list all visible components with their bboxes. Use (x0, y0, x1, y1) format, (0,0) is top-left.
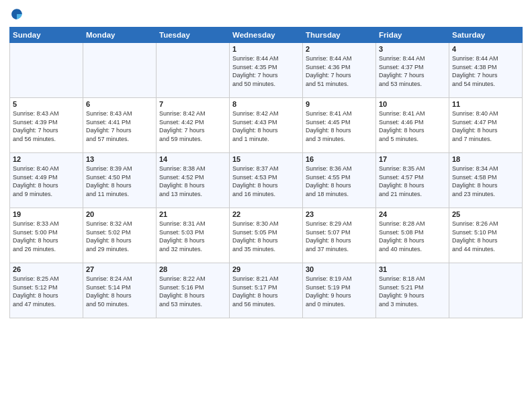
day-cell: 10Sunrise: 8:41 AM Sunset: 4:46 PM Dayli… (376, 98, 449, 153)
day-number: 5 (13, 100, 80, 108)
day-number: 11 (452, 100, 519, 108)
day-info: Sunrise: 8:34 AM Sunset: 4:58 PM Dayligh… (452, 165, 519, 198)
calendar-container: SundayMondayTuesdayWednesdayThursdayFrid… (0, 0, 532, 411)
day-number: 23 (306, 210, 373, 218)
day-cell: 18Sunrise: 8:34 AM Sunset: 4:58 PM Dayli… (449, 153, 523, 208)
day-cell: 14Sunrise: 8:38 AM Sunset: 4:52 PM Dayli… (157, 153, 230, 208)
day-cell: 27Sunrise: 8:24 AM Sunset: 5:14 PM Dayli… (83, 263, 157, 318)
day-number: 14 (159, 155, 226, 163)
day-number: 25 (452, 210, 519, 218)
day-info: Sunrise: 8:43 AM Sunset: 4:41 PM Dayligh… (86, 109, 153, 143)
day-info: Sunrise: 8:29 AM Sunset: 5:07 PM Dayligh… (306, 220, 373, 253)
day-info: Sunrise: 8:36 AM Sunset: 4:55 PM Dayligh… (306, 165, 373, 198)
day-number: 31 (379, 265, 446, 273)
day-cell: 31Sunrise: 8:18 AM Sunset: 5:21 PM Dayli… (376, 263, 449, 318)
day-info: Sunrise: 8:37 AM Sunset: 4:53 PM Dayligh… (232, 165, 300, 198)
day-number: 15 (232, 155, 300, 163)
day-info: Sunrise: 8:40 AM Sunset: 4:49 PM Dayligh… (13, 165, 80, 198)
day-cell: 8Sunrise: 8:42 AM Sunset: 4:43 PM Daylig… (230, 98, 303, 153)
day-number: 1 (232, 45, 300, 53)
day-number: 19 (13, 210, 80, 218)
day-cell: 25Sunrise: 8:26 AM Sunset: 5:10 PM Dayli… (449, 208, 523, 263)
day-cell: 24Sunrise: 8:28 AM Sunset: 5:08 PM Dayli… (376, 208, 449, 263)
day-cell: 30Sunrise: 8:19 AM Sunset: 5:19 PM Dayli… (303, 263, 376, 318)
day-info: Sunrise: 8:19 AM Sunset: 5:19 PM Dayligh… (306, 275, 373, 308)
day-info: Sunrise: 8:22 AM Sunset: 5:16 PM Dayligh… (159, 275, 226, 308)
day-info: Sunrise: 8:44 AM Sunset: 4:36 PM Dayligh… (306, 54, 373, 88)
day-number: 10 (379, 100, 446, 108)
day-number: 22 (232, 210, 300, 218)
day-info: Sunrise: 8:18 AM Sunset: 5:21 PM Dayligh… (379, 275, 446, 308)
day-info: Sunrise: 8:38 AM Sunset: 4:52 PM Dayligh… (159, 165, 226, 198)
day-info: Sunrise: 8:42 AM Sunset: 4:42 PM Dayligh… (159, 109, 226, 143)
day-cell: 17Sunrise: 8:35 AM Sunset: 4:57 PM Dayli… (376, 153, 449, 208)
day-number: 13 (86, 155, 153, 163)
day-info: Sunrise: 8:25 AM Sunset: 5:12 PM Dayligh… (13, 275, 80, 308)
day-cell: 9Sunrise: 8:41 AM Sunset: 4:45 PM Daylig… (303, 98, 376, 153)
day-cell: 2Sunrise: 8:44 AM Sunset: 4:36 PM Daylig… (303, 43, 376, 98)
day-cell: 23Sunrise: 8:29 AM Sunset: 5:07 PM Dayli… (303, 208, 376, 263)
logo (9, 7, 27, 21)
day-number: 2 (306, 45, 373, 53)
day-cell (10, 43, 83, 98)
weekday-sunday: Sunday (10, 28, 83, 43)
day-cell (449, 263, 523, 318)
day-number: 26 (13, 265, 80, 273)
day-cell: 7Sunrise: 8:42 AM Sunset: 4:42 PM Daylig… (157, 98, 230, 153)
day-number: 18 (452, 155, 519, 163)
day-cell: 16Sunrise: 8:36 AM Sunset: 4:55 PM Dayli… (303, 153, 376, 208)
day-cell (83, 43, 157, 98)
weekday-saturday: Saturday (449, 28, 523, 43)
day-info: Sunrise: 8:44 AM Sunset: 4:35 PM Dayligh… (232, 54, 300, 88)
day-info: Sunrise: 8:28 AM Sunset: 5:08 PM Dayligh… (379, 220, 446, 253)
day-info: Sunrise: 8:43 AM Sunset: 4:39 PM Dayligh… (13, 109, 80, 143)
day-number: 4 (452, 45, 519, 53)
day-cell: 3Sunrise: 8:44 AM Sunset: 4:37 PM Daylig… (376, 43, 449, 98)
day-info: Sunrise: 8:44 AM Sunset: 4:38 PM Dayligh… (452, 54, 519, 88)
day-info: Sunrise: 8:44 AM Sunset: 4:37 PM Dayligh… (379, 54, 446, 88)
day-number: 6 (86, 100, 153, 108)
day-info: Sunrise: 8:30 AM Sunset: 5:05 PM Dayligh… (232, 220, 300, 253)
weekday-monday: Monday (83, 28, 157, 43)
day-number: 12 (13, 155, 80, 163)
day-info: Sunrise: 8:40 AM Sunset: 4:47 PM Dayligh… (452, 109, 519, 143)
day-number: 27 (86, 265, 153, 273)
day-cell: 1Sunrise: 8:44 AM Sunset: 4:35 PM Daylig… (230, 43, 303, 98)
day-number: 28 (159, 265, 226, 273)
day-number: 16 (306, 155, 373, 163)
weekday-friday: Friday (376, 28, 449, 43)
week-row-1: 5Sunrise: 8:43 AM Sunset: 4:39 PM Daylig… (10, 98, 523, 153)
day-cell: 19Sunrise: 8:33 AM Sunset: 5:00 PM Dayli… (10, 208, 83, 263)
day-cell: 12Sunrise: 8:40 AM Sunset: 4:49 PM Dayli… (10, 153, 83, 208)
header (9, 7, 523, 21)
day-cell: 29Sunrise: 8:21 AM Sunset: 5:17 PM Dayli… (230, 263, 303, 318)
week-row-3: 19Sunrise: 8:33 AM Sunset: 5:00 PM Dayli… (10, 208, 523, 263)
calendar-table: SundayMondayTuesdayWednesdayThursdayFrid… (9, 27, 523, 318)
day-number: 17 (379, 155, 446, 163)
day-cell: 26Sunrise: 8:25 AM Sunset: 5:12 PM Dayli… (10, 263, 83, 318)
day-number: 20 (86, 210, 153, 218)
day-number: 29 (232, 265, 300, 273)
day-cell: 28Sunrise: 8:22 AM Sunset: 5:16 PM Dayli… (157, 263, 230, 318)
day-number: 3 (379, 45, 446, 53)
day-info: Sunrise: 8:21 AM Sunset: 5:17 PM Dayligh… (232, 275, 300, 308)
weekday-thursday: Thursday (303, 28, 376, 43)
day-cell: 6Sunrise: 8:43 AM Sunset: 4:41 PM Daylig… (83, 98, 157, 153)
day-info: Sunrise: 8:32 AM Sunset: 5:02 PM Dayligh… (86, 220, 153, 253)
day-info: Sunrise: 8:35 AM Sunset: 4:57 PM Dayligh… (379, 165, 446, 198)
weekday-tuesday: Tuesday (157, 28, 230, 43)
day-number: 8 (232, 100, 300, 108)
day-number: 9 (306, 100, 373, 108)
day-info: Sunrise: 8:26 AM Sunset: 5:10 PM Dayligh… (452, 220, 519, 253)
day-cell: 13Sunrise: 8:39 AM Sunset: 4:50 PM Dayli… (83, 153, 157, 208)
day-info: Sunrise: 8:24 AM Sunset: 5:14 PM Dayligh… (86, 275, 153, 308)
day-info: Sunrise: 8:42 AM Sunset: 4:43 PM Dayligh… (232, 109, 300, 143)
week-row-4: 26Sunrise: 8:25 AM Sunset: 5:12 PM Dayli… (10, 263, 523, 318)
week-row-0: 1Sunrise: 8:44 AM Sunset: 4:35 PM Daylig… (10, 43, 523, 98)
week-row-2: 12Sunrise: 8:40 AM Sunset: 4:49 PM Dayli… (10, 153, 523, 208)
day-cell: 20Sunrise: 8:32 AM Sunset: 5:02 PM Dayli… (83, 208, 157, 263)
day-number: 21 (159, 210, 226, 218)
day-info: Sunrise: 8:33 AM Sunset: 5:00 PM Dayligh… (13, 220, 80, 253)
day-cell: 22Sunrise: 8:30 AM Sunset: 5:05 PM Dayli… (230, 208, 303, 263)
day-cell (157, 43, 230, 98)
